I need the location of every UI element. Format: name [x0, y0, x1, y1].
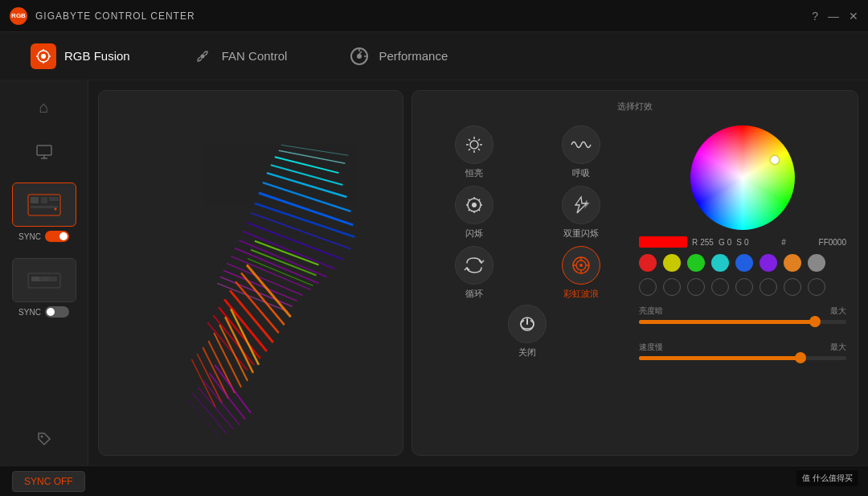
- red-channel: R 255: [692, 238, 714, 247]
- brightness-thumb[interactable]: [809, 316, 821, 327]
- rgb-fusion-icon: [31, 43, 56, 69]
- preset-colors-row1: [639, 254, 846, 272]
- effects-section-title: 选择灯效: [424, 100, 846, 113]
- sidebar-tag-icon[interactable]: [30, 424, 59, 453]
- effect-double-flash[interactable]: 双重闪烁: [530, 186, 631, 240]
- svg-rect-20: [31, 277, 39, 281]
- speed-max: 最大: [830, 342, 846, 353]
- device-2-toggle[interactable]: [45, 306, 69, 318]
- brightness-label-row: 亮度 暗 最大: [639, 305, 846, 317]
- svg-point-88: [579, 264, 583, 267]
- performance-icon: [348, 45, 371, 68]
- watermark: 值 什么值得买: [796, 470, 858, 486]
- color-wheel-disc[interactable]: [690, 125, 795, 230]
- led-preview-panel: [98, 90, 403, 456]
- device-1-sync-row: SYNC: [18, 231, 69, 242]
- preset-yellow[interactable]: [663, 254, 681, 272]
- flash-label: 闪烁: [465, 228, 483, 240]
- red-value: 255: [700, 238, 714, 247]
- led-animation: [99, 91, 403, 455]
- effect-constant[interactable]: 恒亮: [424, 125, 524, 179]
- brightness-max: 最大: [830, 305, 846, 317]
- fan-control-label: FAN Control: [222, 49, 288, 63]
- speed-min: 慢: [655, 342, 663, 353]
- sidebar-device-1: SYNC: [9, 182, 80, 242]
- red-label: R: [692, 238, 698, 247]
- preset-outline-1[interactable]: [639, 278, 657, 296]
- svg-line-83: [468, 210, 469, 211]
- svg-line-74: [469, 149, 470, 150]
- sidebar-home-icon[interactable]: ⌂: [30, 92, 59, 121]
- effect-off[interactable]: 关闭: [508, 305, 547, 359]
- brightness-fill: [639, 320, 815, 324]
- rainbow-icon: [562, 246, 600, 285]
- preset-gray[interactable]: [808, 254, 825, 272]
- constant-label: 恒亮: [465, 167, 483, 179]
- svg-rect-16: [49, 197, 59, 201]
- rgb-fusion-label: RGB Fusion: [64, 49, 130, 63]
- svg-rect-9: [37, 146, 51, 155]
- cycle-label: 循环: [465, 288, 483, 300]
- device-card-1[interactable]: [12, 182, 76, 227]
- preset-outline-5[interactable]: [735, 278, 753, 296]
- nav-performance[interactable]: Performance: [342, 41, 454, 72]
- preset-teal[interactable]: [711, 254, 729, 272]
- speed-fill: [639, 356, 800, 360]
- brightness-min: 暗: [655, 305, 663, 317]
- brightness-track[interactable]: [639, 320, 846, 324]
- svg-point-67: [470, 141, 478, 149]
- sidebar-monitor-icon[interactable]: [30, 137, 59, 166]
- brightness-section: 亮度 暗 最大: [639, 305, 846, 332]
- preset-purple[interactable]: [760, 254, 777, 272]
- effect-rainbow[interactable]: 彩虹波浪: [530, 246, 631, 300]
- preset-red[interactable]: [639, 254, 657, 272]
- svg-point-17: [54, 207, 56, 210]
- hex-prefix: #: [781, 238, 786, 247]
- device-1-toggle[interactable]: [45, 231, 69, 242]
- preset-outline-7[interactable]: [784, 278, 801, 296]
- sidebar-device-2: SYNC: [9, 258, 80, 318]
- preset-outline-8[interactable]: [808, 278, 825, 296]
- preset-orange[interactable]: [784, 254, 801, 272]
- svg-line-72: [469, 139, 470, 141]
- svg-line-73: [478, 149, 480, 150]
- preset-blue[interactable]: [735, 254, 753, 272]
- blue-value: 0: [744, 238, 749, 247]
- effect-cycle[interactable]: 循环: [424, 246, 524, 300]
- breath-label: 呼吸: [572, 167, 590, 179]
- preset-outline-3[interactable]: [687, 278, 705, 296]
- nav-fan-control[interactable]: FAN Control: [185, 41, 294, 72]
- device-card-2[interactable]: [12, 258, 76, 302]
- effect-flash[interactable]: 闪烁: [424, 186, 524, 240]
- sidebar: ⌂ SYNC: [0, 80, 88, 465]
- breath-icon: [562, 125, 600, 164]
- close-button[interactable]: ✕: [849, 10, 858, 23]
- nav-rgb-fusion[interactable]: RGB Fusion: [24, 39, 137, 73]
- speed-track[interactable]: [639, 356, 846, 360]
- minimize-button[interactable]: —: [828, 10, 839, 23]
- off-label: 关闭: [518, 346, 536, 359]
- effects-panel: 选择灯效: [411, 90, 858, 456]
- wheel-cursor: [771, 156, 779, 164]
- fan-icon: [191, 45, 214, 68]
- color-value-row: R 255 G 0 S 0 # FF0000: [639, 236, 846, 248]
- sync-off-button[interactable]: SYNC OFF: [12, 471, 85, 492]
- color-wheel[interactable]: [690, 125, 795, 230]
- svg-rect-21: [41, 277, 49, 281]
- effect-breath[interactable]: 呼吸: [530, 125, 631, 179]
- preset-outline-2[interactable]: [663, 278, 681, 296]
- svg-point-22: [40, 436, 43, 438]
- help-button[interactable]: ?: [812, 10, 818, 23]
- app-logo: RGB: [10, 7, 27, 25]
- svg-line-75: [478, 139, 480, 141]
- preset-green[interactable]: [687, 254, 705, 272]
- svg-point-1: [41, 54, 46, 59]
- preset-outline-6[interactable]: [760, 278, 777, 296]
- performance-label: Performance: [379, 49, 448, 63]
- svg-rect-13: [31, 197, 39, 203]
- content-area: 选择灯效: [88, 80, 868, 465]
- speed-thumb[interactable]: [795, 352, 806, 363]
- blue-label: S: [736, 238, 742, 247]
- preset-outline-4[interactable]: [711, 278, 729, 296]
- svg-line-84: [478, 199, 479, 200]
